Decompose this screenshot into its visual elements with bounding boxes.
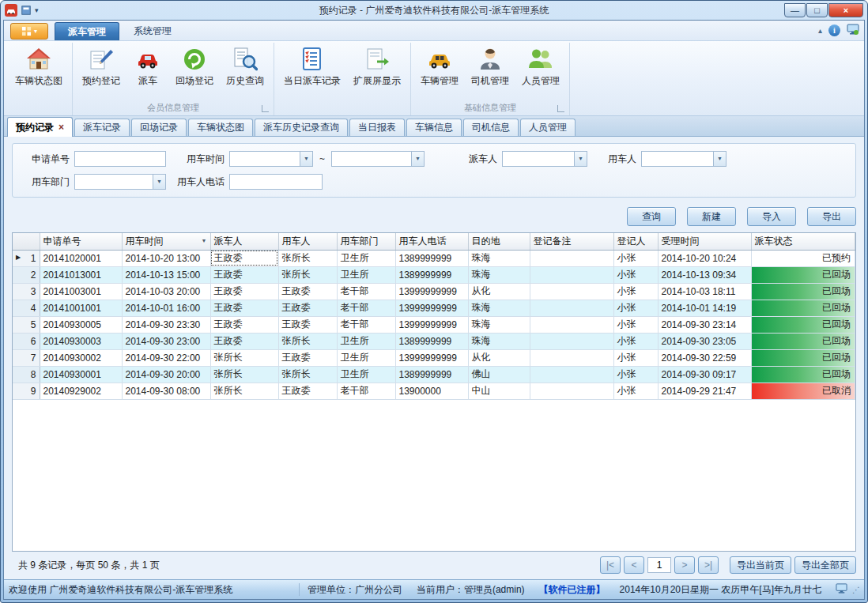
- ribbon-button[interactable]: 扩展屏显示: [348, 43, 406, 89]
- cell-phone[interactable]: 1389999999: [395, 366, 468, 383]
- cell-apply_no[interactable]: 20141020001: [40, 250, 122, 266]
- cell-phone[interactable]: 1389999999: [395, 250, 468, 266]
- phone-input[interactable]: [229, 174, 323, 190]
- dispatcher-combo[interactable]: ▼: [502, 151, 587, 167]
- cell-phone[interactable]: 1389999999: [395, 266, 468, 283]
- cell-remark[interactable]: [530, 250, 613, 266]
- maximize-button[interactable]: □: [806, 3, 828, 17]
- cell-remark[interactable]: [530, 316, 613, 333]
- ribbon-button[interactable]: 当日派车记录: [278, 43, 346, 89]
- cell-destination[interactable]: 中山: [468, 383, 530, 399]
- ribbon-button[interactable]: 预约登记: [77, 43, 126, 89]
- column-header-status[interactable]: 派车状态: [751, 233, 855, 250]
- cell-remark[interactable]: [530, 300, 613, 316]
- table-row[interactable]: 3201410030012014-10-03 20:00王政委王政委老干部139…: [13, 283, 855, 300]
- cell-destination[interactable]: 从化: [468, 349, 530, 366]
- resize-grip[interactable]: ⋰: [852, 586, 859, 594]
- cell-status[interactable]: 已回场: [751, 283, 855, 300]
- doc-tab[interactable]: 人员管理: [520, 119, 576, 136]
- cell-phone[interactable]: 1389999999: [395, 333, 468, 349]
- cell-status[interactable]: 已取消: [751, 383, 855, 399]
- table-row[interactable]: 8201409300012014-09-30 20:00张所长张所长卫生所138…: [13, 366, 855, 383]
- cell-phone[interactable]: 13999999999: [395, 349, 468, 366]
- collapse-ribbon-icon[interactable]: ▴: [818, 26, 822, 35]
- row-selector[interactable]: 5: [13, 316, 40, 333]
- cell-status[interactable]: 已预约: [751, 250, 855, 266]
- export-button[interactable]: 导出: [807, 207, 856, 226]
- cell-apply_no[interactable]: 20140930003: [40, 333, 122, 349]
- last-page-button[interactable]: >|: [698, 556, 719, 574]
- table-row[interactable]: 4201410010012014-10-01 16:00王政委王政委老干部139…: [13, 300, 855, 316]
- row-selector[interactable]: 6: [13, 333, 40, 349]
- cell-use_time[interactable]: 2014-09-30 22:00: [122, 349, 210, 366]
- cell-accept_time[interactable]: 2014-10-03 18:11: [658, 283, 751, 300]
- table-row[interactable]: 9201409290022014-09-30 08:00张所长王政委老干部139…: [13, 383, 855, 399]
- ribbon-button[interactable]: 回场登记: [170, 43, 219, 89]
- cell-department[interactable]: 老干部: [337, 283, 395, 300]
- cell-registrar[interactable]: 小张: [613, 283, 658, 300]
- cell-accept_time[interactable]: 2014-10-13 09:34: [658, 266, 751, 283]
- cell-user[interactable]: 王政委: [278, 316, 337, 333]
- info-icon[interactable]: i: [828, 24, 840, 36]
- cell-department[interactable]: 老干部: [337, 316, 395, 333]
- theme-icon[interactable]: [847, 23, 859, 38]
- cell-user[interactable]: 张所长: [278, 250, 337, 266]
- row-selector[interactable]: 3: [13, 283, 40, 300]
- cell-use_time[interactable]: 2014-09-30 20:00: [122, 366, 210, 383]
- doc-tab[interactable]: 预约记录×: [7, 117, 73, 137]
- cell-accept_time[interactable]: 2014-09-30 09:17: [658, 366, 751, 383]
- cell-status[interactable]: 已回场: [751, 349, 855, 366]
- cell-registrar[interactable]: 小张: [613, 316, 658, 333]
- cell-registrar[interactable]: 小张: [613, 300, 658, 316]
- cell-phone[interactable]: 13999999999: [395, 316, 468, 333]
- doc-tab[interactable]: 回场记录: [131, 119, 187, 136]
- cell-accept_time[interactable]: 2014-09-30 23:05: [658, 333, 751, 349]
- column-header-apply_no[interactable]: 申请单号: [40, 233, 122, 250]
- ribbon-button[interactable]: 车辆状态图: [9, 43, 68, 89]
- ribbon-tab[interactable]: 派车管理: [55, 22, 119, 40]
- apply-no-input[interactable]: [74, 151, 166, 167]
- filter-dropdown-icon[interactable]: ▼: [202, 238, 207, 243]
- cell-registrar[interactable]: 小张: [613, 383, 658, 399]
- doc-tab[interactable]: 当日报表: [349, 119, 405, 136]
- cell-remark[interactable]: [530, 333, 613, 349]
- cell-apply_no[interactable]: 20140929002: [40, 383, 122, 399]
- cell-dispatcher[interactable]: 张所长: [210, 349, 278, 366]
- cell-registrar[interactable]: 小张: [613, 349, 658, 366]
- export-all-pages-button[interactable]: 导出全部页: [794, 556, 856, 574]
- ribbon-button[interactable]: 人员管理: [516, 43, 565, 89]
- cell-apply_no[interactable]: 20140930002: [40, 349, 122, 366]
- close-tab-icon[interactable]: ×: [58, 122, 64, 132]
- quick-access-dropdown-icon[interactable]: ▾: [35, 6, 39, 14]
- cell-user[interactable]: 王政委: [278, 283, 337, 300]
- doc-tab[interactable]: 车辆状态图: [188, 119, 253, 136]
- cell-department[interactable]: 老干部: [337, 383, 395, 399]
- registered-link[interactable]: 【软件已注册】: [539, 583, 606, 597]
- next-page-button[interactable]: >: [674, 556, 695, 574]
- department-combo[interactable]: ▼: [74, 174, 166, 190]
- cell-user[interactable]: 张所长: [278, 333, 337, 349]
- prev-page-button[interactable]: <: [624, 556, 644, 574]
- cell-destination[interactable]: 珠海: [468, 250, 530, 266]
- chevron-down-icon[interactable]: ▼: [300, 152, 312, 166]
- cell-phone[interactable]: 13999999999: [395, 300, 468, 316]
- cell-remark[interactable]: [530, 366, 613, 383]
- column-header-registrar[interactable]: 登记人: [613, 233, 658, 250]
- column-header-remark[interactable]: 登记备注: [530, 233, 613, 250]
- column-header-department[interactable]: 用车部门: [337, 233, 395, 250]
- cell-dispatcher[interactable]: 王政委: [210, 300, 278, 316]
- cell-remark[interactable]: [530, 266, 613, 283]
- cell-use_time[interactable]: 2014-10-01 16:00: [122, 300, 210, 316]
- cell-accept_time[interactable]: 2014-10-01 14:19: [658, 300, 751, 316]
- cell-remark[interactable]: [530, 283, 613, 300]
- cell-accept_time[interactable]: 2014-10-20 10:24: [658, 250, 751, 266]
- column-header-accept_time[interactable]: 受理时间: [658, 233, 751, 250]
- export-current-page-button[interactable]: 导出当前页: [730, 556, 791, 574]
- ribbon-tab[interactable]: 系统管理: [121, 22, 184, 40]
- cell-status[interactable]: 已回场: [751, 316, 855, 333]
- cell-accept_time[interactable]: 2014-09-30 23:14: [658, 316, 751, 333]
- cell-status[interactable]: 已回场: [751, 266, 855, 283]
- cell-department[interactable]: 老干部: [337, 300, 395, 316]
- create-button[interactable]: 新建: [687, 207, 736, 226]
- cell-use_time[interactable]: 2014-09-30 23:30: [122, 316, 210, 333]
